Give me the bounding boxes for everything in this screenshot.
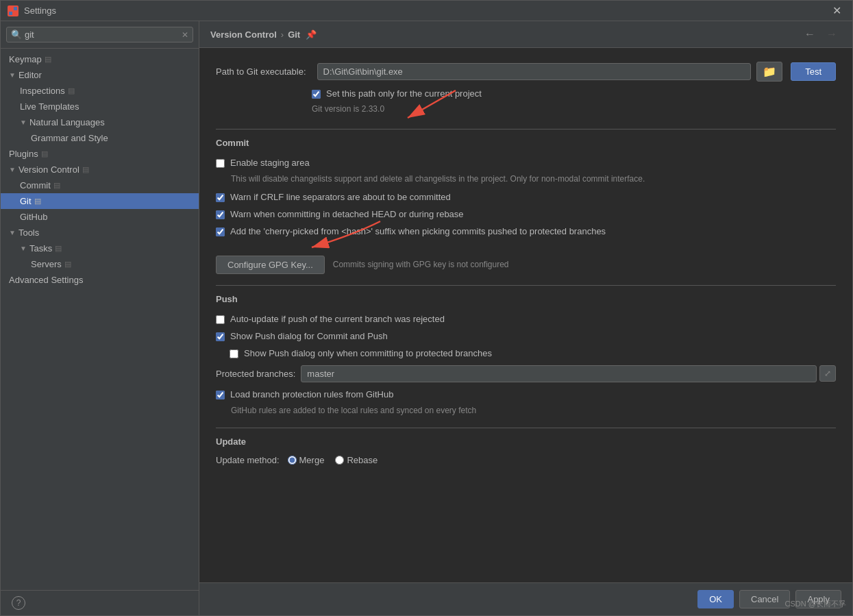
dialog-footer: OK Cancel Apply <box>199 582 852 615</box>
search-icon: 🔍 <box>11 29 22 40</box>
protected-branches-row: Protected branches: ⤢ <box>216 365 836 382</box>
settings-icon2: ▤ <box>68 86 75 95</box>
sidebar-item-commit[interactable]: Commit ▤ <box>1 177 199 193</box>
warn-detached-row: Warn when committing in detached HEAD or… <box>216 208 836 221</box>
enable-staging-row: Enable staging area <box>216 156 836 169</box>
path-input[interactable] <box>317 63 752 80</box>
sidebar-item-git[interactable]: Git ▤ <box>1 193 199 209</box>
sidebar-item-editor[interactable]: ▼ Editor <box>1 67 199 83</box>
settings-icon7: ▤ <box>55 244 62 253</box>
github-rules-desc: GitHub rules are added to the local rule… <box>231 405 836 417</box>
close-button[interactable]: ✕ <box>828 3 845 19</box>
nav-label: Commit <box>20 180 51 190</box>
load-branch-row: Load branch protection rules from GitHub <box>216 388 836 401</box>
set-path-label[interactable]: Set this path only for the current proje… <box>326 88 482 99</box>
search-wrap: 🔍 ✕ <box>6 27 193 42</box>
title-bar: Settings ✕ <box>1 1 852 21</box>
main-content: Version Control › Git 📌 ← → Path to Git … <box>199 21 852 615</box>
show-push-checkbox[interactable] <box>216 332 225 341</box>
sidebar-item-inspections[interactable]: Inspections ▤ <box>1 83 199 99</box>
forward-button[interactable]: → <box>822 27 841 42</box>
path-label: Path to Git executable: <box>216 66 306 77</box>
show-push-protected-row: Show Push dialog only when committing to… <box>230 347 836 360</box>
cancel-button[interactable]: Cancel <box>739 590 790 608</box>
browse-button[interactable]: 📁 <box>756 62 782 82</box>
update-method-label: Update method: <box>216 455 280 465</box>
gpg-row: Configure GPG Key... Commits signing wit… <box>216 256 836 274</box>
test-button[interactable]: Test <box>791 62 836 81</box>
sidebar-item-tasks[interactable]: ▼ Tasks ▤ <box>1 241 199 256</box>
update-section-title: Update <box>216 436 836 447</box>
cherry-pick-checkbox[interactable] <box>216 227 225 236</box>
pin-icon[interactable]: 📌 <box>306 29 317 40</box>
sidebar-item-version-control[interactable]: ▼ Version Control ▤ <box>1 162 199 177</box>
back-button[interactable]: ← <box>800 27 819 42</box>
settings-icon3: ▤ <box>41 149 48 158</box>
settings-panel: Path to Git executable: 📁 Test Set this … <box>199 48 852 582</box>
svg-rect-0 <box>9 7 12 10</box>
cherry-pick-label[interactable]: Add the 'cherry-picked from <hash>' suff… <box>230 226 606 236</box>
show-push-protected-checkbox[interactable] <box>230 349 238 358</box>
expand-protected-button[interactable]: ⤢ <box>819 365 836 382</box>
nav-arrows: ← → <box>800 27 841 42</box>
warn-crlf-label[interactable]: Warn if CRLF line separators are about t… <box>230 192 451 202</box>
nav-label: Version Control <box>18 164 79 175</box>
load-branch-label[interactable]: Load branch protection rules from GitHub <box>230 389 393 399</box>
settings-icon4: ▤ <box>82 165 89 174</box>
warn-detached-checkbox[interactable] <box>216 210 225 219</box>
nav-label: Tasks <box>29 243 52 254</box>
configure-gpg-button[interactable]: Configure GPG Key... <box>216 256 325 274</box>
warn-crlf-row: Warn if CRLF line separators are about t… <box>216 190 836 204</box>
git-version: Git version is 2.33.0 <box>312 104 836 114</box>
set-path-row: Set this path only for the current proje… <box>312 87 836 100</box>
nav-label: Live Templates <box>20 101 79 112</box>
merge-radio[interactable] <box>288 456 297 465</box>
sidebar-item-natural-languages[interactable]: ▼ Natural Languages <box>1 114 199 130</box>
show-push-label[interactable]: Show Push dialog for Commit and Push <box>230 331 388 341</box>
nav-label: Servers <box>31 259 62 269</box>
sidebar-item-servers[interactable]: Servers ▤ <box>1 256 199 272</box>
breadcrumb-separator: › <box>281 29 284 40</box>
enable-staging-desc: This will disable changelists support an… <box>231 173 836 185</box>
svg-rect-1 <box>14 7 17 10</box>
sidebar-nav: Keymap ▤ ▼ Editor Inspections ▤ Live Tem… <box>1 49 199 590</box>
auto-update-label[interactable]: Auto-update if push of the current branc… <box>230 314 445 324</box>
sidebar-item-plugins[interactable]: Plugins ▤ <box>1 146 199 162</box>
warn-crlf-checkbox[interactable] <box>216 193 225 202</box>
auto-update-checkbox[interactable] <box>216 315 225 324</box>
breadcrumb-current: Git <box>288 29 300 40</box>
app-icon <box>8 5 18 16</box>
rebase-label[interactable]: Rebase <box>347 455 378 465</box>
warn-detached-label[interactable]: Warn when committing in detached HEAD or… <box>230 209 464 219</box>
settings-icon8: ▤ <box>64 260 71 269</box>
push-divider <box>216 285 836 286</box>
nav-label: Git <box>20 196 32 206</box>
merge-label[interactable]: Merge <box>299 455 325 465</box>
svg-rect-3 <box>14 12 17 15</box>
sidebar-item-github[interactable]: GitHub <box>1 209 199 225</box>
sidebar-item-grammar-style[interactable]: Grammar and Style <box>1 130 199 146</box>
sidebar-item-live-templates[interactable]: Live Templates <box>1 99 199 114</box>
help-button[interactable]: ? <box>12 596 25 610</box>
window-title: Settings <box>24 5 828 16</box>
sidebar-item-keymap[interactable]: Keymap ▤ <box>1 51 199 67</box>
git-path-row: Path to Git executable: 📁 Test <box>216 62 836 82</box>
sidebar-bottom: ? <box>1 590 199 615</box>
rebase-radio[interactable] <box>335 456 344 465</box>
show-push-protected-label[interactable]: Show Push dialog only when committing to… <box>244 348 492 358</box>
clear-icon[interactable]: ✕ <box>182 30 188 40</box>
sidebar-item-advanced-settings[interactable]: Advanced Settings <box>1 272 199 288</box>
ok-button[interactable]: OK <box>697 590 734 608</box>
set-path-checkbox[interactable] <box>312 90 321 99</box>
expand-icon4: ▼ <box>9 229 16 236</box>
update-divider <box>216 428 836 428</box>
nav-label: Tools <box>18 227 39 238</box>
sidebar-item-tools[interactable]: ▼ Tools <box>1 225 199 241</box>
load-branch-checkbox[interactable] <box>216 391 225 399</box>
enable-staging-checkbox[interactable] <box>216 159 225 168</box>
settings-icon: ▤ <box>45 55 51 64</box>
search-input[interactable] <box>25 29 182 40</box>
protected-branches-input[interactable] <box>301 365 817 382</box>
enable-staging-label[interactable]: Enable staging area <box>230 158 310 168</box>
nav-label: Editor <box>18 70 42 80</box>
